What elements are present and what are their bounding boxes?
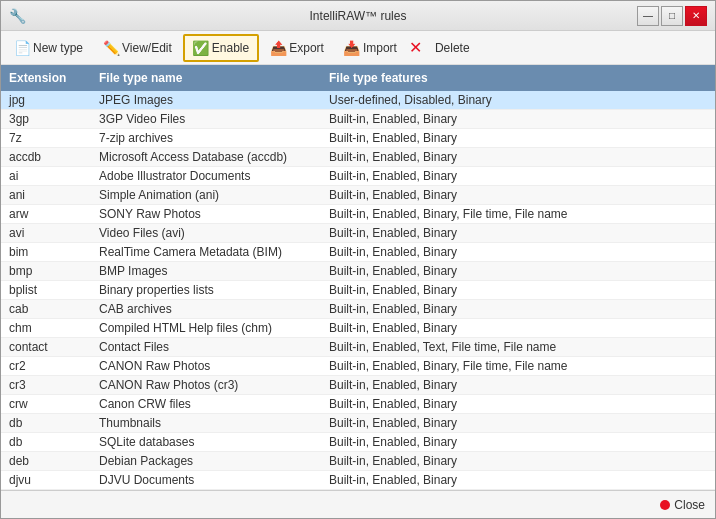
- header-file-type-features: File type features: [321, 69, 715, 87]
- header-extension: Extension: [1, 69, 91, 87]
- main-window: 🔧 IntelliRAW™ rules — □ ✕ 📄 New type ✏️ …: [0, 0, 716, 519]
- cell-file-type-name: Compiled HTML Help files (chm): [91, 319, 321, 337]
- delete-button[interactable]: Delete: [426, 34, 479, 62]
- cell-extension: cr2: [1, 357, 91, 375]
- table-row[interactable]: 3gp3GP Video FilesBuilt-in, Enabled, Bin…: [1, 110, 715, 129]
- title-bar-left: 🔧: [9, 8, 25, 24]
- cell-file-type-name: Video Files (avi): [91, 224, 321, 242]
- file-types-table: Extension File type name File type featu…: [1, 65, 715, 490]
- table-row[interactable]: contactContact FilesBuilt-in, Enabled, T…: [1, 338, 715, 357]
- cell-file-type-name: RealTime Camera Metadata (BIM): [91, 243, 321, 261]
- table-body[interactable]: jpgJPEG ImagesUser-defined, Disabled, Bi…: [1, 91, 715, 490]
- cell-file-type-name: CAB archives: [91, 300, 321, 318]
- cell-extension: cr3: [1, 376, 91, 394]
- cell-extension: contact: [1, 338, 91, 356]
- restore-button[interactable]: □: [661, 6, 683, 26]
- app-icon: 🔧: [9, 8, 25, 24]
- cell-file-type-name: 7-zip archives: [91, 129, 321, 147]
- view-edit-icon: ✏️: [103, 40, 119, 56]
- import-label: Import: [363, 41, 397, 55]
- cell-file-type-features: Built-in, Enabled, Binary: [321, 224, 715, 242]
- view-edit-button[interactable]: ✏️ View/Edit: [94, 34, 181, 62]
- window-title: IntelliRAW™ rules: [310, 9, 407, 23]
- cell-file-type-features: Built-in, Enabled, Binary: [321, 395, 715, 413]
- table-row[interactable]: 7z7-zip archivesBuilt-in, Enabled, Binar…: [1, 129, 715, 148]
- cell-extension: bplist: [1, 281, 91, 299]
- delete-icon-red: ✕: [408, 40, 424, 56]
- cell-file-type-name: Microsoft Access Database (accdb): [91, 148, 321, 166]
- table-row[interactable]: bimRealTime Camera Metadata (BIM)Built-i…: [1, 243, 715, 262]
- table-row[interactable]: aiAdobe Illustrator DocumentsBuilt-in, E…: [1, 167, 715, 186]
- cell-extension: arw: [1, 205, 91, 223]
- table-row[interactable]: bmpBMP ImagesBuilt-in, Enabled, Binary: [1, 262, 715, 281]
- window-close-button[interactable]: ✕: [685, 6, 707, 26]
- cell-file-type-name: CANON Raw Photos: [91, 357, 321, 375]
- table-row[interactable]: cabCAB archivesBuilt-in, Enabled, Binary: [1, 300, 715, 319]
- cell-file-type-name: 3GP Video Files: [91, 110, 321, 128]
- table-row[interactable]: djvuDJVU DocumentsBuilt-in, Enabled, Bin…: [1, 471, 715, 490]
- cell-extension: 3gp: [1, 110, 91, 128]
- table-row[interactable]: cr2CANON Raw PhotosBuilt-in, Enabled, Bi…: [1, 357, 715, 376]
- cell-file-type-features: User-defined, Disabled, Binary: [321, 91, 715, 109]
- table-row[interactable]: accdbMicrosoft Access Database (accdb)Bu…: [1, 148, 715, 167]
- table-row[interactable]: cr3CANON Raw Photos (cr3)Built-in, Enabl…: [1, 376, 715, 395]
- cell-extension: db: [1, 414, 91, 432]
- enable-label: Enable: [212, 41, 249, 55]
- cell-file-type-features: Built-in, Enabled, Binary: [321, 433, 715, 451]
- cell-file-type-features: Built-in, Enabled, Binary: [321, 471, 715, 489]
- cell-file-type-name: JPEG Images: [91, 91, 321, 109]
- table-row[interactable]: aniSimple Animation (ani)Built-in, Enabl…: [1, 186, 715, 205]
- new-type-button[interactable]: 📄 New type: [5, 34, 92, 62]
- export-icon: 📤: [270, 40, 286, 56]
- table-row[interactable]: aviVideo Files (avi)Built-in, Enabled, B…: [1, 224, 715, 243]
- enable-button[interactable]: ✅ Enable: [183, 34, 259, 62]
- cell-file-type-features: Built-in, Enabled, Binary: [321, 452, 715, 470]
- cell-file-type-name: DJVU Documents: [91, 471, 321, 489]
- table-row[interactable]: jpgJPEG ImagesUser-defined, Disabled, Bi…: [1, 91, 715, 110]
- cell-file-type-name: SONY Raw Photos: [91, 205, 321, 223]
- cell-extension: ani: [1, 186, 91, 204]
- cell-file-type-features: Built-in, Enabled, Binary: [321, 186, 715, 204]
- title-bar: 🔧 IntelliRAW™ rules — □ ✕: [1, 1, 715, 31]
- cell-extension: bmp: [1, 262, 91, 280]
- cell-file-type-features: Built-in, Enabled, Binary: [321, 262, 715, 280]
- table-row[interactable]: dbThumbnailsBuilt-in, Enabled, Binary: [1, 414, 715, 433]
- cell-file-type-features: Built-in, Enabled, Binary: [321, 300, 715, 318]
- table-row[interactable]: debDebian PackagesBuilt-in, Enabled, Bin…: [1, 452, 715, 471]
- cell-file-type-features: Built-in, Enabled, Binary, File time, Fi…: [321, 357, 715, 375]
- cell-extension: crw: [1, 395, 91, 413]
- close-dot-icon: [660, 500, 670, 510]
- table-row[interactable]: chmCompiled HTML Help files (chm)Built-i…: [1, 319, 715, 338]
- table-row[interactable]: bplistBinary properties listsBuilt-in, E…: [1, 281, 715, 300]
- export-button[interactable]: 📤 Export: [261, 34, 333, 62]
- cell-file-type-name: Canon CRW files: [91, 395, 321, 413]
- import-icon: 📥: [344, 40, 360, 56]
- cell-file-type-features: Built-in, Enabled, Binary: [321, 414, 715, 432]
- cell-extension: accdb: [1, 148, 91, 166]
- cell-file-type-features: Built-in, Enabled, Binary: [321, 129, 715, 147]
- export-label: Export: [289, 41, 324, 55]
- cell-file-type-features: Built-in, Enabled, Binary: [321, 148, 715, 166]
- cell-file-type-name: CANON Raw Photos (cr3): [91, 376, 321, 394]
- cell-extension: 7z: [1, 129, 91, 147]
- table-row[interactable]: arwSONY Raw PhotosBuilt-in, Enabled, Bin…: [1, 205, 715, 224]
- import-button[interactable]: 📥 Import: [335, 34, 406, 62]
- cell-file-type-name: Simple Animation (ani): [91, 186, 321, 204]
- cell-file-type-features: Built-in, Enabled, Text, File time, File…: [321, 338, 715, 356]
- cell-file-type-features: Built-in, Enabled, Binary: [321, 167, 715, 185]
- close-button[interactable]: Close: [660, 498, 705, 512]
- table-row[interactable]: crwCanon CRW filesBuilt-in, Enabled, Bin…: [1, 395, 715, 414]
- cell-extension: avi: [1, 224, 91, 242]
- enable-icon: ✅: [193, 40, 209, 56]
- delete-label: Delete: [435, 41, 470, 55]
- cell-extension: jpg: [1, 91, 91, 109]
- minimize-button[interactable]: —: [637, 6, 659, 26]
- close-label: Close: [674, 498, 705, 512]
- cell-file-type-features: Built-in, Enabled, Binary: [321, 281, 715, 299]
- table-row[interactable]: dbSQLite databasesBuilt-in, Enabled, Bin…: [1, 433, 715, 452]
- cell-file-type-features: Built-in, Enabled, Binary: [321, 243, 715, 261]
- cell-extension: bim: [1, 243, 91, 261]
- cell-file-type-name: SQLite databases: [91, 433, 321, 451]
- toolbar: 📄 New type ✏️ View/Edit ✅ Enable 📤 Expor…: [1, 31, 715, 65]
- header-file-type-name: File type name: [91, 69, 321, 87]
